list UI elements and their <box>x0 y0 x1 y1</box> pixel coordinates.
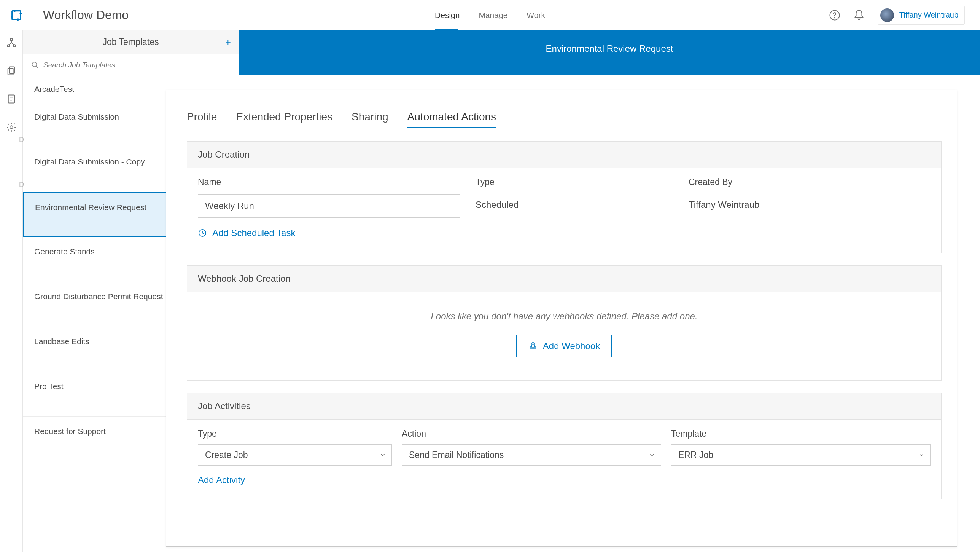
template-label: Generate Stands <box>34 247 95 256</box>
jc-name-input[interactable] <box>198 194 460 218</box>
template-label: Landbase Edits <box>34 337 89 346</box>
truncated-hint: D <box>19 181 24 189</box>
tab-automated[interactable]: Automated Actions <box>407 111 496 128</box>
truncated-hint: D <box>19 136 24 144</box>
section-heading: Job Activities <box>187 393 941 420</box>
add-webhook-label: Add Webhook <box>543 341 600 351</box>
breadcrumb-bar: Environmental Review Request <box>239 30 980 75</box>
tab-extended[interactable]: Extended Properties <box>236 111 332 128</box>
template-label: Request for Support <box>34 427 106 436</box>
chevron-down-icon <box>379 451 386 458</box>
template-label: Digital Data Submission <box>34 112 119 121</box>
ja-action-value: Send Email Notifications <box>409 450 504 460</box>
svg-point-12 <box>530 347 532 349</box>
template-label: Pro Test <box>34 382 64 391</box>
section-job-activities: Job Activities Type Create Job Action Se… <box>187 393 942 499</box>
webhook-icon <box>528 341 538 351</box>
clock-icon <box>198 228 207 238</box>
svg-point-2 <box>834 17 835 18</box>
side-rail <box>0 30 23 552</box>
templates-search <box>23 54 239 76</box>
divider <box>33 7 33 24</box>
template-label: Ground Disturbance Permit Request <box>34 292 163 301</box>
avatar <box>880 8 894 22</box>
jc-type-label: Type <box>476 177 673 187</box>
detail-card: Profile Extended Properties Sharing Auto… <box>166 90 957 547</box>
templates-header: Job Templates + <box>23 30 239 54</box>
svg-point-3 <box>10 38 13 41</box>
user-name: Tiffany Weintraub <box>899 11 958 19</box>
section-heading: Job Creation <box>187 142 941 168</box>
top-nav: Design Manage Work <box>435 0 545 30</box>
section-heading: Webhook Job Creation <box>187 266 941 292</box>
help-icon[interactable] <box>829 10 840 21</box>
nav-manage[interactable]: Manage <box>479 0 508 30</box>
add-activity-link[interactable]: Add Activity <box>198 475 245 485</box>
topbar: Workflow Demo Design Manage Work Tiffany… <box>0 0 980 30</box>
svg-point-13 <box>534 347 536 349</box>
svg-point-9 <box>10 126 13 128</box>
add-scheduled-task-link[interactable]: Add Scheduled Task <box>198 228 295 238</box>
app-logo-icon <box>10 9 23 22</box>
templates-title: Job Templates <box>103 37 159 47</box>
ja-type-select[interactable]: Create Job <box>198 444 392 466</box>
chevron-down-icon <box>918 451 925 458</box>
chevron-down-icon <box>649 451 655 458</box>
user-chip[interactable]: Tiffany Weintraub <box>878 6 965 25</box>
ja-type-label: Type <box>198 429 392 439</box>
document-icon[interactable] <box>6 94 17 104</box>
add-template-button[interactable]: + <box>225 36 231 48</box>
template-label: Digital Data Submission - Copy <box>34 157 145 166</box>
search-input[interactable] <box>43 61 230 69</box>
gear-icon[interactable] <box>6 122 17 132</box>
nav-design[interactable]: Design <box>435 0 460 30</box>
section-webhook: Webhook Job Creation Looks like you don'… <box>187 265 942 381</box>
topbar-right: Tiffany Weintraub <box>829 6 965 25</box>
tab-profile[interactable]: Profile <box>187 111 217 128</box>
svg-point-10 <box>32 62 37 67</box>
ja-action-label: Action <box>402 429 661 439</box>
ja-template-label: Template <box>671 429 931 439</box>
tab-sharing[interactable]: Sharing <box>352 111 388 128</box>
jc-name-label: Name <box>198 177 460 187</box>
diagram-icon[interactable] <box>6 37 17 48</box>
ja-template-value: ERR Job <box>678 450 713 460</box>
section-job-creation: Job Creation Name Type Scheduled Created… <box>187 141 942 253</box>
search-icon <box>31 61 39 69</box>
detail-tabs: Profile Extended Properties Sharing Auto… <box>187 111 942 128</box>
ja-action-select[interactable]: Send Email Notifications <box>402 444 661 466</box>
template-label: ArcadeTest <box>34 85 74 93</box>
templates-icon[interactable] <box>6 65 17 76</box>
bell-icon[interactable] <box>853 10 865 21</box>
jc-by-value: Tiffany Weintraub <box>689 194 931 210</box>
add-scheduled-task-label: Add Scheduled Task <box>212 228 295 238</box>
add-webhook-button[interactable]: Add Webhook <box>516 335 612 357</box>
svg-rect-0 <box>12 11 21 19</box>
webhook-empty-message: Looks like you don't have any webhooks d… <box>187 311 941 322</box>
template-label: Environmental Review Request <box>35 203 146 212</box>
ja-type-value: Create Job <box>205 450 248 460</box>
ja-template-select[interactable]: ERR Job <box>671 444 931 466</box>
app-title: Workflow Demo <box>43 8 129 22</box>
jc-by-label: Created By <box>689 177 931 187</box>
page-title: Environmental Review Request <box>546 43 673 75</box>
nav-work[interactable]: Work <box>527 0 545 30</box>
jc-type-value: Scheduled <box>476 194 673 210</box>
nav-design-label: Design <box>435 11 460 20</box>
